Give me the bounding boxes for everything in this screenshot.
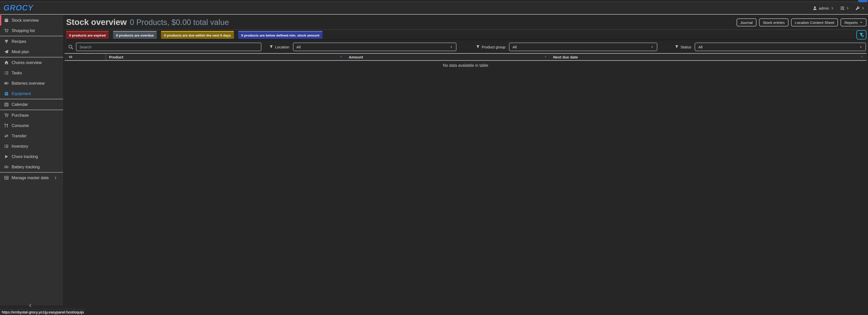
browser-notch: [858, 0, 868, 2]
filter-row: LocationAllProduct groupAllStatusAll: [68, 43, 866, 51]
chevron-left-icon: [28, 304, 32, 308]
chevron-right-icon: [831, 7, 834, 9]
sidebar-item-purchase[interactable]: Purchase: [0, 110, 63, 120]
column-header-amount[interactable]: Amount: [346, 54, 550, 60]
column-label: Amount: [349, 55, 363, 59]
button-label: Location Content Sheet: [795, 21, 834, 25]
cart-plus-icon: [4, 113, 9, 117]
sidebar-item-label: Calendar: [11, 102, 28, 107]
funnel-icon: [270, 45, 273, 49]
sidebar-item-manage-master-data[interactable]: Manage master data: [0, 173, 63, 183]
tasks-icon: [4, 71, 9, 75]
sidebar-item-label: Batteries overview: [11, 81, 45, 86]
button-label: Stock entries: [763, 21, 785, 25]
paper-plane-icon: [4, 50, 9, 54]
title-line: Stock overview 0 Products, $0.00 total v…: [66, 17, 229, 28]
system-menu[interactable]: [856, 6, 865, 10]
sidebar-item-label: Equipment: [11, 92, 31, 96]
view-settings-menu[interactable]: [840, 6, 849, 10]
funnel-icon: [675, 45, 679, 49]
table-icon: [4, 176, 9, 180]
journal-button[interactable]: Journal: [737, 19, 756, 27]
location-select[interactable]: All: [293, 43, 457, 51]
location-filter: LocationAll: [270, 43, 457, 51]
status-badge[interactable]: 0 products are due within the next 5 day…: [161, 31, 234, 39]
sidebar-item-stock-overview[interactable]: Stock overview: [0, 15, 63, 26]
battery-plus-icon: [4, 165, 9, 169]
pizza-icon: [4, 39, 9, 44]
product-group-select[interactable]: All: [509, 43, 657, 51]
location-content-sheet-button[interactable]: Location Content Sheet: [791, 19, 838, 27]
funnel-icon: [476, 45, 480, 49]
app-logo[interactable]: GROCY: [3, 3, 34, 12]
reports-button[interactable]: Reports: [840, 19, 867, 27]
table-header-row: ProductAmountNext due date: [65, 54, 867, 61]
status-badge[interactable]: 0 products are overdue: [113, 31, 157, 39]
grocy-app: GROCY admin Stock overviewShopping listR…: [0, 0, 868, 315]
select-value: All: [513, 45, 517, 49]
home-icon: [4, 61, 9, 65]
box-icon: [4, 18, 9, 23]
chevron-right-icon: [53, 176, 58, 179]
header-buttons: JournalStock entriesLocation Content She…: [737, 19, 867, 27]
sidebar-item-recipes[interactable]: Recipes: [0, 36, 63, 47]
sidebar-item-label: Transfer: [11, 134, 27, 138]
column-header-next-due-date[interactable]: Next due date: [550, 54, 867, 60]
sort-icon: [861, 56, 864, 59]
status-select[interactable]: All: [695, 43, 866, 51]
calendar-icon: [4, 102, 9, 107]
search-input[interactable]: [76, 43, 261, 51]
sidebar-item-calendar[interactable]: Calendar: [0, 99, 63, 110]
sidebar-item-equipment[interactable]: Equipment: [0, 89, 63, 99]
user-icon: [813, 6, 817, 10]
select-value: All: [297, 45, 301, 49]
sidebar-item-consume[interactable]: Consume: [0, 120, 63, 131]
sidebar-item-label: Manage master data: [11, 176, 49, 180]
cart-icon: [4, 29, 9, 33]
sidebar-item-meal-plan[interactable]: Meal plan: [0, 47, 63, 57]
column-header-product[interactable]: Product: [106, 54, 346, 60]
filter-circle-icon: [859, 33, 864, 37]
status-filter: StatusAll: [675, 43, 866, 51]
select-value: All: [698, 45, 703, 49]
column-header-visibility[interactable]: [65, 54, 106, 60]
stock-entries-button[interactable]: Stock entries: [759, 19, 788, 27]
column-label: Product: [109, 55, 123, 59]
sidebar-item-chores-overview[interactable]: Chores overview: [0, 58, 63, 68]
browser-top-edge: [0, 0, 868, 2]
table-empty-message: No data available in table: [65, 61, 867, 70]
stock-table: ProductAmountNext due date No data avail…: [65, 53, 867, 70]
list-icon: [4, 144, 9, 148]
user-menu[interactable]: admin: [813, 6, 834, 10]
updown-icon: [450, 45, 453, 49]
status-badge[interactable]: 0 products are below defined min. stock …: [238, 31, 322, 39]
navbar-right: admin: [813, 6, 865, 10]
filter-label: Status: [681, 45, 691, 49]
sidebar-item-label: Tasks: [11, 71, 22, 75]
sidebar-item-battery-tracking[interactable]: Battery tracking: [0, 162, 63, 172]
sidebar-item-tasks[interactable]: Tasks: [0, 68, 63, 78]
sidebar-item-shopping-list[interactable]: Shopping list: [0, 26, 63, 36]
product-group-filter: Product groupAll: [476, 43, 657, 51]
filter-label: Location: [275, 45, 289, 49]
sidebar-item-batteries-overview[interactable]: Batteries overview: [0, 78, 63, 89]
clear-filters-button[interactable]: [857, 30, 867, 40]
status-badge[interactable]: 0 products are expired: [66, 31, 109, 39]
caret-down-icon: [860, 21, 863, 24]
sort-icon: [544, 56, 547, 59]
browser-status-bar: https://embystat-grocy.yo1ijy.easypanel.…: [0, 309, 84, 315]
sidebar-item-chore-tracking[interactable]: Chore tracking: [0, 151, 63, 162]
sidebar-item-label: Shopping list: [11, 29, 35, 33]
status-badges-row: 0 products are expired0 products are ove…: [66, 31, 867, 40]
updown-icon: [859, 45, 863, 49]
exchange-icon: [4, 134, 9, 138]
sidebar-item-inventory[interactable]: Inventory: [0, 141, 63, 151]
chevron-right-icon: [846, 7, 849, 9]
sidebar-item-transfer[interactable]: Transfer: [0, 131, 63, 141]
sort-icon: [340, 56, 343, 59]
updown-icon: [651, 45, 654, 49]
page-title: Stock overview: [66, 17, 127, 28]
sidebar-collapse-button[interactable]: [28, 304, 32, 309]
sidebar-item-label: Chores overview: [11, 61, 42, 65]
button-label: Journal: [740, 21, 753, 25]
